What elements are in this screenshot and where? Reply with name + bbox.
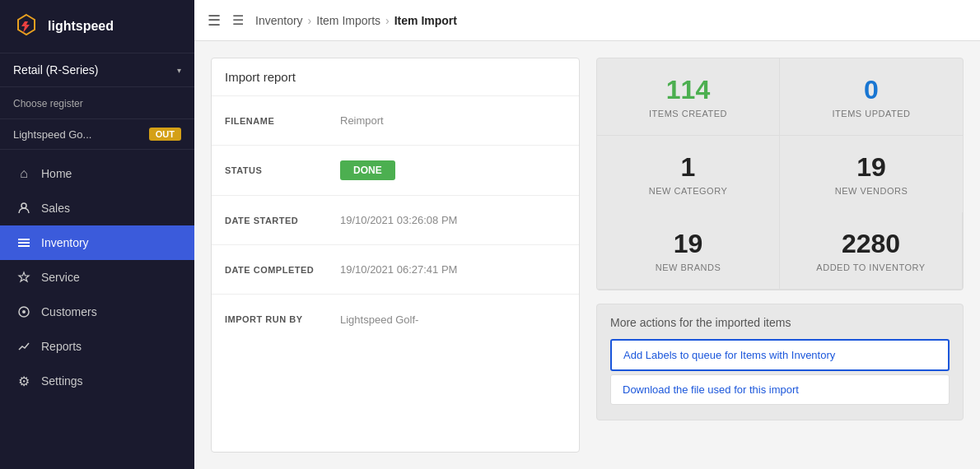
date-completed-value: 19/10/2021 06:27:41 PM — [340, 263, 566, 276]
date-started-label: DATE STARTED — [225, 216, 340, 225]
sidebar-item-label-service: Service — [41, 271, 80, 284]
stat-new-brands: 19 NEW BRANDS — [597, 212, 780, 290]
svg-rect-2 — [18, 242, 30, 244]
sidebar-item-settings[interactable]: ⚙ Settings — [0, 364, 194, 398]
items-updated-label: ITEMS UPDATED — [796, 109, 946, 118]
new-brands-label: NEW BRANDS — [614, 262, 763, 272]
breadcrumb-sep2: › — [385, 14, 390, 27]
add-labels-link[interactable]: Add Labels to queue for Items with Inven… — [610, 339, 950, 371]
sales-icon — [16, 201, 31, 216]
content-area: Import report FILENAME Reimport STATUS D… — [194, 41, 980, 469]
sidebar-item-label-inventory: Inventory — [41, 236, 89, 249]
logo-text: lightspeed — [48, 19, 114, 34]
breadcrumb-current: Item Import — [394, 14, 457, 27]
sidebar-nav: ⌂ Home Sales Inventory — [0, 150, 194, 469]
home-icon: ⌂ — [16, 166, 31, 181]
new-vendors-count: 19 — [796, 152, 946, 183]
run-by-label: IMPORT RUN BY — [225, 314, 340, 324]
location-selector[interactable]: Lightspeed Go... OUT — [0, 119, 194, 150]
breadcrumb-inventory[interactable]: Inventory — [255, 14, 303, 27]
import-report-card: Import report FILENAME Reimport STATUS D… — [211, 58, 580, 453]
sidebar-item-label-customers: Customers — [41, 305, 97, 318]
svg-rect-3 — [18, 245, 30, 247]
sidebar-item-service[interactable]: Service — [0, 260, 194, 295]
items-created-count: 114 — [614, 75, 763, 105]
register-label: Choose register — [13, 98, 83, 109]
stat-items-updated: 0 ITEMS UPDATED — [780, 58, 963, 136]
new-brands-count: 19 — [614, 229, 763, 259]
retail-name: Retail (R-Series) — [13, 63, 98, 77]
register-selector[interactable]: Choose register — [0, 87, 194, 119]
sidebar-item-sales[interactable]: Sales — [0, 191, 194, 225]
date-completed-label: DATE COMPLETED — [225, 265, 340, 275]
filename-label: FILENAME — [225, 116, 340, 126]
svg-rect-1 — [18, 239, 30, 240]
status-label: STATUS — [225, 165, 340, 175]
stat-new-vendors: 19 NEW VENDORS — [780, 136, 963, 212]
sidebar-item-label-sales: Sales — [41, 202, 70, 215]
settings-icon: ⚙ — [16, 374, 31, 388]
stat-items-created: 114 ITEMS CREATED — [597, 58, 780, 136]
retail-selector[interactable]: Retail (R-Series) ▾ — [0, 53, 194, 87]
import-row-status: STATUS DONE — [212, 146, 579, 196]
date-started-value: 19/10/2021 03:26:08 PM — [340, 214, 566, 226]
sidebar-item-label-home: Home — [41, 167, 72, 180]
sidebar-item-label-reports: Reports — [41, 340, 82, 353]
sidebar-item-customers[interactable]: Customers — [0, 295, 194, 329]
main-content: ☰ ☰ Inventory › Item Imports › Item Impo… — [194, 0, 980, 469]
new-vendors-label: NEW VENDORS — [796, 186, 946, 196]
download-file-link[interactable]: Download the file used for this import — [610, 374, 950, 405]
actions-title: More actions for the imported items — [610, 316, 950, 329]
items-updated-count: 0 — [796, 75, 946, 105]
stat-added-inventory: 2280 ADDED TO INVENTORY — [780, 212, 963, 290]
new-category-label: NEW CATEGORY — [614, 186, 763, 196]
filename-value: Reimport — [340, 114, 566, 127]
stats-card: 114 ITEMS CREATED 0 ITEMS UPDATED 1 NEW … — [596, 58, 964, 290]
run-by-value: Lightspeed Golf- — [340, 313, 566, 326]
location-name: Lightspeed Go... — [13, 128, 91, 141]
topbar: ☰ ☰ Inventory › Item Imports › Item Impo… — [194, 0, 980, 41]
stats-section: 114 ITEMS CREATED 0 ITEMS UPDATED 1 NEW … — [596, 58, 964, 453]
import-row-date-started: DATE STARTED 19/10/2021 03:26:08 PM — [212, 196, 579, 245]
svg-point-5 — [22, 310, 26, 313]
actions-card: More actions for the imported items Add … — [596, 304, 964, 420]
logo-area: lightspeed — [0, 0, 194, 53]
reports-icon — [16, 339, 31, 354]
inventory-icon — [16, 235, 31, 250]
customers-icon — [16, 304, 31, 319]
import-row-run-by: IMPORT RUN BY Lightspeed Golf- — [212, 295, 579, 344]
hamburger-icon[interactable]: ☰ — [208, 12, 221, 30]
import-row-date-completed: DATE COMPLETED 19/10/2021 06:27:41 PM — [212, 245, 579, 295]
sidebar-item-label-settings: Settings — [41, 374, 83, 388]
import-report-title: Import report — [212, 58, 579, 96]
added-inventory-count: 2280 — [796, 229, 945, 259]
items-created-label: ITEMS CREATED — [614, 109, 763, 118]
inventory-breadcrumb-icon: ☰ — [231, 13, 245, 28]
sidebar: lightspeed Retail (R-Series) ▾ Choose re… — [0, 0, 194, 469]
breadcrumb-item-imports[interactable]: Item Imports — [316, 14, 380, 27]
service-icon — [16, 270, 31, 285]
breadcrumb: Inventory › Item Imports › Item Import — [255, 14, 457, 27]
new-category-count: 1 — [614, 152, 763, 183]
sidebar-item-reports[interactable]: Reports — [0, 329, 194, 364]
breadcrumb-sep1: › — [308, 14, 312, 27]
lightspeed-logo-icon — [13, 13, 40, 39]
stat-new-category: 1 NEW CATEGORY — [597, 136, 780, 212]
svg-point-0 — [21, 203, 26, 208]
status-badge: DONE — [340, 160, 395, 180]
added-inventory-label: ADDED TO INVENTORY — [796, 262, 945, 272]
retail-chevron-icon: ▾ — [177, 66, 181, 75]
import-row-filename: FILENAME Reimport — [212, 96, 579, 146]
sidebar-item-inventory[interactable]: Inventory — [0, 225, 194, 260]
sidebar-item-home[interactable]: ⌂ Home — [0, 156, 194, 191]
out-badge: OUT — [149, 128, 181, 141]
